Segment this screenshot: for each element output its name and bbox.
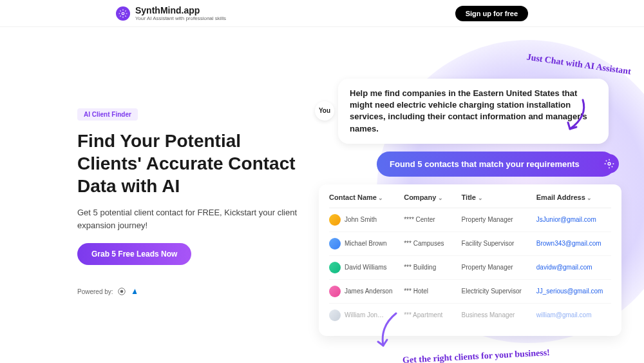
contact-name-cell: James Anderson: [329, 286, 404, 297]
email-cell[interactable]: JJ_serious@gmail.com: [536, 288, 611, 295]
openai-icon: [117, 287, 126, 296]
title-cell: Business Manager: [462, 311, 536, 319]
contact-name-cell: Michael Brown: [329, 238, 404, 250]
contact-name-text: James Anderson: [345, 288, 393, 295]
ai-response-bar: Found 5 contacts that match your require…: [377, 152, 615, 177]
avatar: [329, 286, 341, 297]
svg-point-3: [608, 162, 611, 165]
main-content: AI Client Finder Find Your Potential Cli…: [0, 27, 644, 296]
arrow-icon: [370, 310, 402, 355]
hero-heading: Find Your Potential Clients' Accurate Co…: [77, 130, 309, 197]
avatar: [329, 309, 341, 321]
avatar: [329, 262, 341, 273]
table-row[interactable]: Michael Brown*** CampusesFacility Superv…: [329, 232, 611, 256]
brand-tagline: Your AI Assistant with professional skil…: [135, 15, 226, 21]
contact-name-text: Michael Brown: [345, 240, 387, 247]
col-company[interactable]: Company: [404, 193, 461, 201]
col-contact-name[interactable]: Contact Name: [329, 193, 404, 201]
svg-point-0: [122, 12, 124, 15]
user-message-text: Help me find companies in the Eastern Un…: [350, 88, 587, 133]
avatar: [329, 214, 341, 226]
cta-button[interactable]: Grab 5 Free Leads Now: [77, 243, 191, 265]
product-badge: AI Client Finder: [77, 108, 138, 121]
contact-name-cell: David Williams: [329, 262, 404, 273]
contact-name-cell: John Smith: [329, 214, 404, 226]
illustration-panel: Just Chat with AI Assistant You Help me …: [312, 46, 634, 336]
email-cell[interactable]: davidw@gmail.com: [536, 264, 611, 271]
annotation-bottom: Get the right clients for your business!: [402, 348, 550, 363]
table-row[interactable]: David Williams*** BuildingProperty Manag…: [329, 256, 611, 280]
col-title[interactable]: Title: [462, 193, 536, 201]
title-cell: Property Manager: [462, 264, 536, 271]
powered-label: Powered by:: [77, 288, 113, 295]
contact-name-text: David Williams: [345, 264, 387, 271]
table-row[interactable]: John Smith**** CenterProperty ManagerJsJ…: [329, 208, 611, 232]
email-cell[interactable]: william@gmail.com: [536, 311, 611, 319]
hero-section: AI Client Finder Find Your Potential Cli…: [77, 53, 309, 296]
powered-by: Powered by:: [77, 287, 309, 296]
you-badge: You: [315, 101, 334, 121]
avatar: [329, 238, 341, 250]
contacts-table: Contact Name Company Title Email Address…: [319, 184, 621, 336]
title-cell: Facility Supervisor: [462, 240, 536, 247]
company-cell: *** Building: [404, 264, 461, 271]
title-cell: Property Manager: [462, 216, 536, 223]
brand-logo[interactable]: SynthMind.app Your AI Assistant with pro…: [116, 5, 226, 21]
table-header: Contact Name Company Title Email Address: [329, 193, 611, 208]
contact-name-text: John Smith: [345, 216, 377, 223]
company-cell: **** Center: [404, 216, 461, 223]
brand-name: SynthMind.app: [135, 5, 226, 15]
hero-subhead: Get 5 potential client contact for FREE,…: [77, 206, 309, 231]
email-cell[interactable]: JsJunior@gmail.com: [536, 216, 611, 223]
title-cell: Electricity Supervisor: [462, 288, 536, 295]
company-cell: *** Apartment: [404, 311, 461, 319]
svg-point-2: [120, 290, 123, 293]
company-cell: *** Hotel: [404, 288, 461, 295]
col-email[interactable]: Email Address: [536, 193, 611, 201]
page-header: SynthMind.app Your AI Assistant with pro…: [0, 0, 644, 27]
table-row[interactable]: James Anderson*** HotelElectricity Super…: [329, 280, 611, 304]
response-text: Found 5 contacts that match your require…: [390, 159, 580, 169]
azure-icon: [130, 287, 139, 296]
email-cell[interactable]: Brown343@gmail.com: [536, 240, 611, 247]
brand-icon: [116, 6, 130, 21]
signup-button[interactable]: Sign up for free: [455, 6, 528, 21]
company-cell: *** Campuses: [404, 240, 461, 247]
arrow-icon: [564, 97, 589, 135]
